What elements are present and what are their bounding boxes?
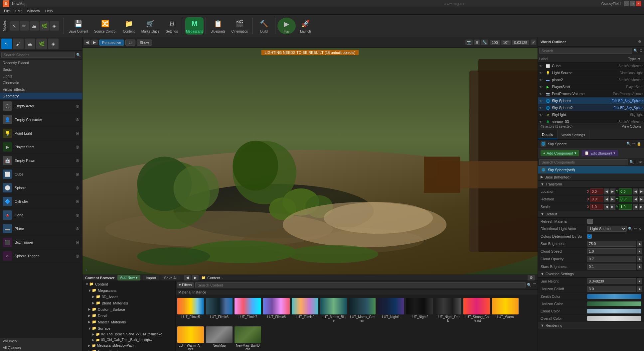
place-item-cylinder[interactable]: 🔷 Cylinder ⊕ (0, 195, 82, 208)
scale-x-up[interactable]: ▶ (610, 204, 615, 210)
location-x-down[interactable]: ◀ (604, 188, 609, 194)
section-transform[interactable]: ▼ Transform (538, 181, 644, 188)
rotation-x-down[interactable]: ◀ (604, 196, 609, 202)
directional-light-browse-icon[interactable]: 🔍 (628, 227, 633, 231)
refresh-material-checkbox[interactable] (587, 219, 593, 224)
location-y-down[interactable]: ◀ (633, 188, 638, 194)
category-recently-placed[interactable]: Recently Placed (0, 59, 82, 66)
folder-surface[interactable]: ▼ 📁 Surface (82, 325, 175, 331)
comp-eye-icon[interactable]: 👁 (639, 160, 643, 164)
zenith-color-swatch[interactable] (587, 294, 641, 299)
mode-foliage-icon[interactable]: 🌿 (40, 21, 49, 31)
lut-filmic6-item[interactable]: LUT_Filmic6 (206, 296, 233, 324)
directional-light-select[interactable]: Light Source (587, 226, 627, 232)
directional-light-clear-icon[interactable]: ✕ (638, 227, 641, 231)
folder-blend-materials[interactable]: ▶ 📁 Blend_Materials (82, 300, 175, 306)
lit-button[interactable]: Lit (125, 40, 135, 46)
cylinder-add-icon[interactable]: ⊕ (76, 199, 80, 204)
settings-button[interactable]: ⚙ Settings (163, 16, 181, 36)
place-item-empty-actor[interactable]: ⬡ Empty Actor ⊕ (0, 99, 82, 113)
menu-edit[interactable]: Edit (13, 8, 24, 14)
add-component-button[interactable]: + Add Component ▾ (541, 150, 579, 156)
mode-landscape-icon[interactable]: ⛰ (30, 21, 39, 31)
maximize-button[interactable]: □ (630, 1, 635, 6)
new-map-built-item[interactable]: NewMap_BuiltData (234, 325, 261, 351)
camera-icon[interactable]: 📷 (465, 40, 473, 45)
lut-night1-item[interactable]: LUT_Night1 (377, 296, 404, 324)
stars-brightness-input[interactable] (587, 264, 636, 270)
category-cinematic[interactable]: Cinematic (0, 79, 82, 86)
category-volumes[interactable]: Volumes (0, 338, 82, 344)
lut-strong-contrast-item[interactable]: LUT_Strong_Contrast (463, 296, 490, 324)
wo-settings-icon[interactable]: ⚙ (638, 40, 641, 44)
folder-decal[interactable]: ▶ 📁 Decal (82, 312, 175, 319)
cloud-color-swatch[interactable] (587, 309, 641, 313)
place-item-sphere-trigger[interactable]: ○ Sphere Trigger ⊕ (0, 249, 82, 263)
cinematics-button[interactable]: 🎬 Cinematics (229, 16, 250, 36)
cone-add-icon[interactable]: ⊕ (76, 212, 80, 218)
marketplace-button[interactable]: 🛒 Marketplace (139, 16, 162, 36)
world-outliner-search-input[interactable] (539, 48, 632, 54)
sun-brightness-input[interactable] (587, 241, 636, 247)
play-button[interactable]: ▶ Play (277, 18, 296, 34)
place-item-empty-pawn[interactable]: 🤖 Empty Pawn ⊕ (0, 154, 82, 168)
paint-mode-icon[interactable]: 🖌 (13, 39, 24, 49)
save-current-button[interactable]: 💾 Save Current (66, 16, 91, 36)
foliage-mode-icon[interactable]: 🌿 (36, 39, 47, 49)
place-item-player-start[interactable]: ▶ Player Start ⊕ (0, 140, 82, 154)
sphere-add-icon[interactable]: ⊕ (76, 185, 80, 190)
maximize-viewport-icon[interactable]: ⤢ (531, 40, 536, 45)
lut-matrix-blue-item[interactable]: LUT_Matrix_Blue (320, 296, 347, 324)
cloud-opacity-input[interactable] (587, 256, 636, 262)
wo-item-post-process[interactable]: 👁 📷 PostProcessVolume PostProcessVolume (538, 90, 644, 97)
lut-filmic7-item[interactable]: LUT_Filmic7 (234, 296, 261, 324)
menu-file[interactable]: File (1, 8, 13, 14)
mode-geometry-icon[interactable]: ◈ (50, 21, 59, 31)
mode-paint-icon[interactable]: ✏ (20, 21, 29, 31)
category-basic[interactable]: Basic (0, 66, 82, 73)
wo-item-sky-light[interactable]: 👁 ☀ SkyLight SkyLight (538, 111, 644, 118)
horizon-falloff-input[interactable] (587, 286, 636, 292)
source-control-button[interactable]: 🔀 Source Control (91, 16, 119, 36)
cloud-speed-up[interactable]: ▲ (637, 248, 642, 254)
scale-x-input[interactable] (590, 204, 603, 210)
menu-window[interactable]: Window (24, 8, 43, 14)
rotation-y-input[interactable] (619, 196, 632, 202)
search-components-input[interactable] (539, 159, 628, 165)
stars-brightness-up[interactable]: ▲ (637, 264, 642, 270)
landscape-mode-icon[interactable]: ⛰ (25, 39, 35, 49)
search-classes-input[interactable] (1, 52, 75, 58)
actor-edit-icon[interactable]: ✏ (632, 142, 635, 146)
tab-details[interactable]: Details (538, 130, 558, 139)
folder-custom-surface[interactable]: ▶ 📁 Custom_Surface (82, 306, 175, 312)
add-new-button[interactable]: Add New ▾ (117, 275, 141, 281)
lut-matrix-green-item[interactable]: LUT_Matrix_Green (349, 296, 376, 324)
category-geometry[interactable]: Geometry (0, 93, 82, 99)
category-all-classes[interactable]: All Classes (0, 344, 82, 351)
folder-thai-beach[interactable]: ▶ 📁 02_Thai_Beach_Sand_2x2_M_tdsmeeko (82, 331, 175, 337)
rotation-x-input[interactable] (590, 196, 603, 202)
cb-forward-button[interactable]: ▶ (192, 275, 199, 281)
cloud-speed-input[interactable] (587, 248, 636, 254)
sphere-trigger-add-icon[interactable]: ⊕ (76, 253, 80, 259)
comp-sky-sphere-self[interactable]: 🌐 Sky Sphere(self) (538, 166, 644, 174)
minimize-button[interactable]: _ (624, 1, 629, 6)
scale-y-up[interactable]: ▶ (639, 204, 644, 210)
location-y-input[interactable] (619, 188, 632, 194)
point-light-add-icon[interactable]: ⊕ (76, 131, 80, 136)
empty-actor-add-icon[interactable]: ⊕ (76, 103, 80, 109)
folder-megascans[interactable]: ▼ 📁 Megascans (82, 287, 175, 293)
viewport-view[interactable]: LIGHTING NEEDS TO BE REBUILT (18 unbuilt… (82, 48, 538, 275)
rotation-y-up[interactable]: ▶ (639, 196, 644, 202)
cloud-opacity-up[interactable]: ▲ (637, 256, 642, 262)
box-trigger-add-icon[interactable]: ⊕ (76, 240, 80, 245)
category-lights[interactable]: Lights (0, 73, 82, 79)
location-x-input[interactable] (590, 188, 603, 194)
folder-content[interactable]: ▼ 📁 Content (82, 281, 175, 287)
cube-add-icon[interactable]: ⊕ (76, 172, 80, 177)
wo-item-cube[interactable]: 👁 ⬜ Cube StaticMeshActor (538, 62, 644, 69)
show-button[interactable]: Show (137, 40, 152, 46)
section-rendering[interactable]: ▼ Rendering (538, 322, 644, 329)
mode-select-icon[interactable]: ↖ (10, 21, 19, 31)
wo-item-sky-sphere2[interactable]: 👁 🌐 Sky Sphere2 Edit BP_Sky_Spher (538, 104, 644, 111)
